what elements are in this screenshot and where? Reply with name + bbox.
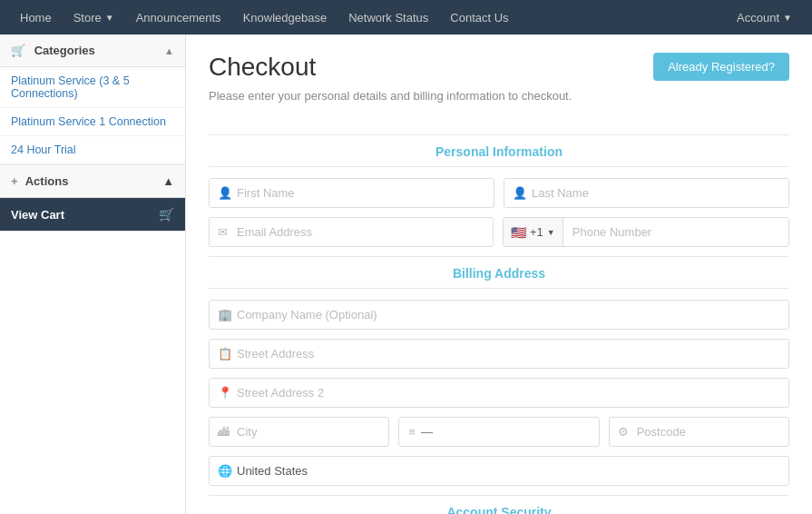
account-security-title: Account Security <box>209 505 789 514</box>
categories-label: 🛒 Categories <box>11 44 95 57</box>
nav-store[interactable]: Store ▼ <box>63 0 125 35</box>
actions-collapse-icon[interactable]: ▲ <box>162 174 174 188</box>
divider-2 <box>209 256 789 257</box>
categories-section: 🛒 Categories ▲ Platinum Service (3 & 5 C… <box>0 35 185 165</box>
cart-icon: 🛒 <box>159 207 174 222</box>
account-dropdown-arrow: ▼ <box>783 13 792 23</box>
state-input[interactable] <box>421 425 590 439</box>
nav-account[interactable]: Account ▼ <box>726 0 803 35</box>
contact-row: ✉ 🇺🇸 +1 ▼ <box>209 217 789 247</box>
street2-wrapper: 📍 <box>209 378 789 408</box>
store-dropdown-arrow: ▼ <box>105 13 114 23</box>
location-icon: 📍 <box>218 386 232 400</box>
email-wrapper: ✉ <box>209 217 494 247</box>
street2-input[interactable] <box>209 378 789 408</box>
top-bar: Checkout Please enter your personal deta… <box>209 53 789 116</box>
page-title: Checkout <box>209 53 572 82</box>
person-icon-last: 👤 <box>513 186 527 200</box>
map-icon: 📋 <box>218 347 232 361</box>
postcode-icon: ⚙ <box>618 425 629 439</box>
personal-info-title: Personal Information <box>209 144 789 167</box>
view-cart-label: View Cart <box>11 208 64 222</box>
street1-input[interactable] <box>209 339 789 369</box>
first-name-input[interactable] <box>209 178 494 208</box>
nav-network-status[interactable]: Network Status <box>338 0 439 35</box>
street1-row: 📋 <box>209 339 789 369</box>
flag-icon: 🇺🇸 <box>511 225 526 240</box>
email-input[interactable] <box>209 217 494 247</box>
sidebar-item-24-hour-trial[interactable]: 24 Hour Trial <box>0 136 185 164</box>
navbar: Home Store ▼ Announcements Knowledgebase… <box>0 0 812 35</box>
last-name-input[interactable] <box>504 178 789 208</box>
actions-section: + Actions ▲ View Cart 🛒 <box>0 165 185 232</box>
plus-icon: + <box>11 174 18 188</box>
first-name-wrapper: 👤 <box>209 178 494 208</box>
already-registered-button[interactable]: Already Registered? <box>653 53 789 81</box>
phone-prefix[interactable]: 🇺🇸 +1 ▼ <box>504 218 563 246</box>
last-name-wrapper: 👤 <box>504 178 789 208</box>
country-select[interactable]: United States <box>209 456 789 486</box>
sidebar-item-platinum-1[interactable]: Platinum Service 1 Connection <box>0 108 185 136</box>
postcode-wrapper: ⚙ <box>609 417 789 447</box>
sidebar: 🛒 Categories ▲ Platinum Service (3 & 5 C… <box>0 35 186 514</box>
nav-knowledgebase[interactable]: Knowledgebase <box>232 0 338 35</box>
name-row: 👤 👤 <box>209 178 789 208</box>
city-state-row: 🏙 ≡ ⚙ <box>209 417 789 447</box>
checkout-description: Please enter your personal details and b… <box>209 89 572 103</box>
country-wrapper: 🌐 United States <box>209 456 789 486</box>
sidebar-item-platinum-3-5[interactable]: Platinum Service (3 & 5 Connections) <box>0 67 185 108</box>
cart-icon-small: 🛒 <box>11 44 25 57</box>
person-icon-first: 👤 <box>218 186 232 200</box>
city-wrapper: 🏙 <box>209 417 389 447</box>
view-cart-button[interactable]: View Cart 🛒 <box>0 198 185 231</box>
globe-icon: 🌐 <box>218 464 232 478</box>
checkout-header-text: Checkout Please enter your personal deta… <box>209 53 572 116</box>
building-icon: 🏢 <box>218 308 232 321</box>
envelope-icon: ✉ <box>218 225 228 239</box>
phone-code: +1 <box>530 225 543 239</box>
street1-wrapper: 📋 <box>209 339 789 369</box>
postcode-input[interactable] <box>609 417 789 447</box>
actions-label: + Actions <box>11 174 68 188</box>
state-wrapper: ≡ <box>398 417 599 447</box>
street2-row: 📍 <box>209 378 789 408</box>
categories-collapse-icon[interactable]: ▲ <box>164 45 174 56</box>
phone-wrapper: 🇺🇸 +1 ▼ <box>503 217 789 247</box>
divider-3 <box>209 495 789 496</box>
billing-address-title: Billing Address <box>209 266 789 289</box>
state-icon: ≡ <box>408 425 416 439</box>
nav-home[interactable]: Home <box>9 0 63 35</box>
categories-header: 🛒 Categories ▲ <box>0 35 185 67</box>
actions-header: + Actions ▲ <box>0 165 185 198</box>
divider-1 <box>209 134 789 135</box>
phone-input[interactable] <box>563 218 788 246</box>
company-wrapper: 🏢 <box>209 300 789 330</box>
company-input[interactable] <box>209 300 789 330</box>
city-icon: 🏙 <box>218 425 230 439</box>
nav-contact-us[interactable]: Contact Us <box>439 0 519 35</box>
main-content: Checkout Please enter your personal deta… <box>186 35 812 514</box>
company-row: 🏢 <box>209 300 789 330</box>
nav-announcements[interactable]: Announcements <box>125 0 232 35</box>
phone-dropdown-arrow: ▼ <box>547 228 555 237</box>
country-row: 🌐 United States <box>209 456 789 486</box>
city-input[interactable] <box>209 417 389 447</box>
main-layout: 🛒 Categories ▲ Platinum Service (3 & 5 C… <box>0 35 812 514</box>
